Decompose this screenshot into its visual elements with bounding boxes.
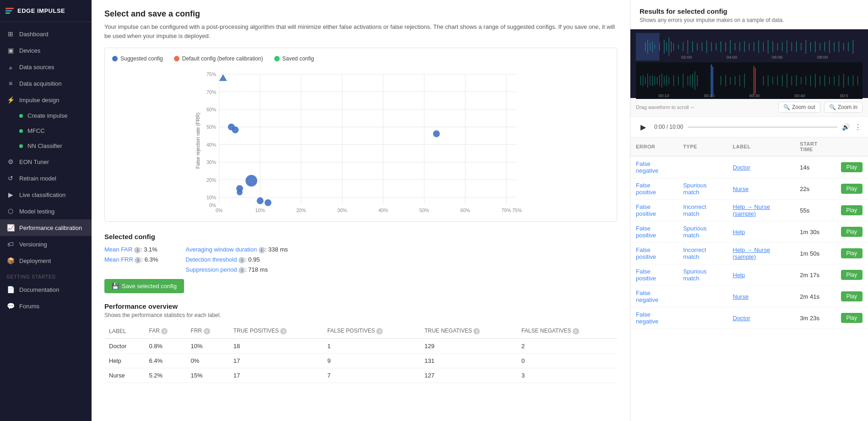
play-cell[interactable]: Play bbox=[835, 243, 868, 264]
svg-point-43 bbox=[265, 199, 271, 206]
row-fn: 3 bbox=[517, 368, 617, 383]
zoom-out-button[interactable]: 🔍 Zoom out bbox=[778, 102, 820, 113]
zoom-in-icon: 🔍 bbox=[829, 104, 836, 110]
volume-icon[interactable]: 🔊 bbox=[842, 123, 850, 131]
waveform-detail[interactable]: 00:10 00:20 00:30 00:40 00:5 bbox=[636, 62, 863, 94]
svg-text:False rejection rate (FRR): False rejection rate (FRR) bbox=[195, 113, 201, 169]
sidebar-item-retrain-model[interactable]: ↺ Retrain model bbox=[0, 170, 92, 186]
logo-text: EDGE IMPULSE bbox=[17, 7, 65, 14]
sidebar-item-model-testing[interactable]: ⬡ Model testing bbox=[0, 203, 92, 219]
avg-window-info-icon: ℹ bbox=[259, 247, 265, 253]
zoom-in-button[interactable]: 🔍 Zoom in bbox=[824, 102, 863, 113]
row-play-button[interactable]: Play bbox=[841, 162, 863, 172]
row-tp: 17 bbox=[229, 368, 323, 383]
row-tp: 17 bbox=[229, 354, 323, 368]
page-title: Select and save a config bbox=[104, 9, 617, 19]
sidebar-item-data-acquisition[interactable]: ≡ Data acquisition bbox=[0, 75, 92, 92]
label-link[interactable]: Doctor bbox=[733, 164, 750, 171]
label-cell: Help → Nurse (sample) bbox=[727, 243, 795, 264]
row-play-button[interactable]: Play bbox=[841, 313, 863, 323]
label-link[interactable]: Nurse bbox=[733, 293, 749, 300]
play-cell[interactable]: Play bbox=[835, 264, 868, 286]
play-cell[interactable]: Play bbox=[835, 286, 868, 307]
sidebar-nav: ⊞ Dashboard ▣ Devices ⟁ Data sources ≡ D… bbox=[0, 22, 92, 421]
row-play-button[interactable]: Play bbox=[841, 205, 863, 215]
start-time-cell: 3m 23s bbox=[794, 307, 835, 329]
sidebar-item-documentation[interactable]: 📄 Documentation bbox=[0, 281, 92, 298]
row-play-button[interactable]: Play bbox=[841, 270, 863, 280]
type-col-header: TYPE bbox=[678, 137, 727, 156]
play-cell[interactable]: Play bbox=[835, 200, 868, 221]
error-table-row: False negative Doctor 14s Play bbox=[630, 156, 868, 178]
perf-overview-title: Performance overview bbox=[104, 302, 617, 310]
row-label: Doctor bbox=[104, 339, 145, 354]
row-label: Help bbox=[104, 354, 145, 368]
error-table: ERROR TYPE LABEL START TIME False negati… bbox=[630, 137, 868, 329]
tn-col-info: ℹ bbox=[473, 328, 480, 334]
legend-saved-label: Saved config bbox=[282, 55, 314, 62]
label-link[interactable]: Doctor bbox=[733, 315, 750, 322]
waveform-overview[interactable]: 02:00 04:00 06:00 08:00 bbox=[636, 33, 863, 60]
live-classification-icon: ▶ bbox=[6, 191, 15, 199]
sidebar-item-devices[interactable]: ▣ Devices bbox=[0, 42, 92, 59]
label-cell: Doctor bbox=[727, 156, 795, 178]
label-cell: Help bbox=[727, 221, 795, 243]
label-link[interactable]: Help bbox=[733, 229, 745, 235]
start-time-col-header: START TIME bbox=[794, 137, 835, 156]
label-link[interactable]: Nurse bbox=[733, 186, 749, 192]
svg-point-42 bbox=[257, 197, 264, 204]
mean-far-value: 3.1% bbox=[144, 246, 157, 253]
svg-text:00:30: 00:30 bbox=[749, 93, 760, 98]
sidebar-item-versioning[interactable]: 🏷 Versioning bbox=[0, 236, 92, 252]
svg-text:30%: 30% bbox=[206, 159, 217, 165]
sidebar-item-create-impulse[interactable]: Create impulse bbox=[0, 108, 92, 123]
play-cell[interactable]: Play bbox=[835, 156, 868, 178]
row-far: 0.8% bbox=[145, 339, 186, 354]
sidebar-item-deployment[interactable]: 📦 Deployment bbox=[0, 252, 92, 269]
perf-overview-subtitle: Shows the performance statistics for eac… bbox=[104, 312, 617, 318]
zoom-in-label: Zoom in bbox=[838, 104, 857, 110]
row-play-button[interactable]: Play bbox=[841, 248, 863, 258]
sidebar-item-dashboard[interactable]: ⊞ Dashboard bbox=[0, 26, 92, 42]
play-button[interactable]: ▶ bbox=[637, 120, 650, 133]
scatter-svg: 75% 70% 60% 50% 40% 30% 20% 10% 0% 0% 10… bbox=[112, 67, 609, 214]
error-cell: False positive bbox=[630, 178, 678, 200]
error-cell: False positive bbox=[630, 264, 678, 286]
sidebar-item-eon-tuner[interactable]: ⚙ EON Tuner bbox=[0, 153, 92, 170]
row-play-button[interactable]: Play bbox=[841, 184, 863, 194]
row-fp: 7 bbox=[323, 368, 420, 383]
sidebar-item-impulse-design[interactable]: ⚡ Impulse design bbox=[0, 92, 92, 108]
play-cell[interactable]: Play bbox=[835, 307, 868, 329]
play-cell[interactable]: Play bbox=[835, 221, 868, 243]
legend-saved: Saved config bbox=[274, 55, 314, 62]
sidebar-item-forums[interactable]: 💬 Forums bbox=[0, 298, 92, 314]
svg-text:20%: 20% bbox=[296, 208, 306, 213]
row-play-button[interactable]: Play bbox=[841, 291, 863, 301]
audio-more-icon[interactable]: ⋮ bbox=[854, 123, 862, 131]
play-cell[interactable]: Play bbox=[835, 178, 868, 200]
save-button-label: Save selected config bbox=[122, 283, 177, 290]
col-far: FAR ℹ bbox=[145, 324, 186, 339]
sidebar-item-data-sources[interactable]: ⟁ Data sources bbox=[0, 59, 92, 75]
save-selected-config-button[interactable]: 💾 Save selected config bbox=[104, 279, 184, 293]
row-play-button[interactable]: Play bbox=[841, 227, 863, 237]
label-link[interactable]: Help → Nurse (sample) bbox=[733, 246, 770, 260]
action-col-header bbox=[835, 137, 868, 156]
svg-text:0%: 0% bbox=[216, 208, 223, 213]
sidebar-item-live-classification[interactable]: ▶ Live classification bbox=[0, 186, 92, 203]
start-time-cell: 2m 17s bbox=[794, 264, 835, 286]
fn-col-info: ℹ bbox=[573, 328, 579, 334]
label-link[interactable]: Help → Nurse (sample) bbox=[733, 203, 770, 217]
error-cell: False positive bbox=[630, 221, 678, 243]
sidebar-item-performance-calibration[interactable]: 📈 Performance calibration bbox=[0, 219, 92, 236]
sidebar-item-nn-classifier[interactable]: NN Classifier bbox=[0, 138, 92, 153]
sidebar-label-devices: Devices bbox=[19, 47, 40, 54]
svg-text:40%: 40% bbox=[206, 142, 217, 148]
sidebar-item-mfcc[interactable]: MFCC bbox=[0, 123, 92, 138]
audio-progress-bar[interactable] bbox=[688, 126, 837, 128]
waveform-area[interactable]: 02:00 04:00 06:00 08:00 bbox=[630, 29, 868, 98]
label-link[interactable]: Help bbox=[733, 272, 745, 279]
svg-text:00:10: 00:10 bbox=[659, 93, 669, 98]
sidebar-label-live-classification: Live classification bbox=[19, 191, 65, 198]
error-table-container: ERROR TYPE LABEL START TIME False negati… bbox=[630, 137, 868, 421]
